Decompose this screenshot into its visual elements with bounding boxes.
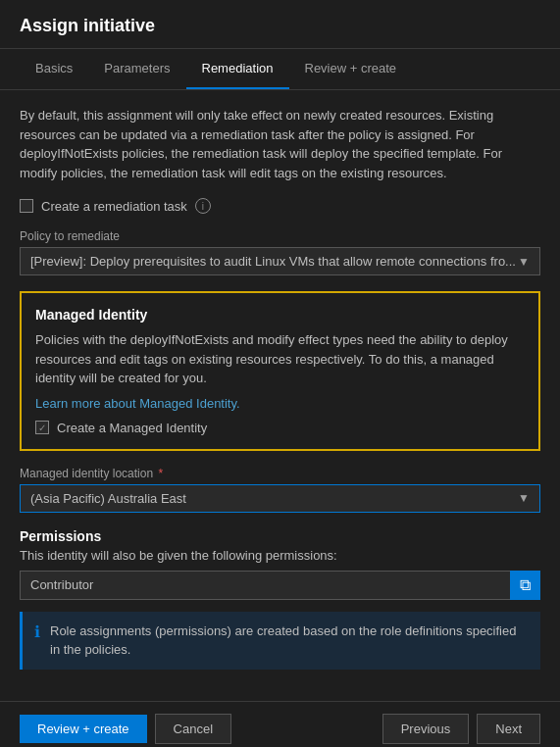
location-label: Managed identity location * [20, 467, 540, 480]
copy-button[interactable]: ⧉ [510, 571, 540, 600]
role-input: Contributor [20, 571, 510, 600]
create-remediation-checkbox[interactable] [20, 199, 33, 213]
location-dropdown-value: (Asia Pacific) Australia East [30, 491, 518, 506]
review-create-button[interactable]: Review + create [20, 715, 147, 743]
cancel-button[interactable]: Cancel [155, 714, 231, 744]
policy-dropdown-chevron: ▼ [518, 255, 530, 269]
copy-icon: ⧉ [520, 576, 531, 594]
location-dropdown[interactable]: (Asia Pacific) Australia East ▼ [20, 484, 540, 513]
permissions-title: Permissions [20, 528, 540, 544]
managed-identity-title: Managed Identity [35, 307, 525, 323]
dialog-title: Assign initiative [20, 16, 540, 36]
tab-review-create[interactable]: Review + create [289, 49, 413, 89]
info-banner: ℹ Role assignments (permissions) are cre… [20, 612, 540, 670]
create-managed-identity-row: Create a Managed Identity [35, 421, 525, 435]
assign-initiative-dialog: Assign initiative Basics Parameters Reme… [0, 0, 560, 747]
permissions-section: Permissions This identity will also be g… [20, 528, 540, 670]
role-input-row: Contributor ⧉ [20, 571, 540, 600]
permissions-description: This identity will also be given the fol… [20, 548, 540, 563]
create-remediation-row: Create a remediation task i [20, 198, 540, 214]
tabs-bar: Basics Parameters Remediation Review + c… [0, 49, 560, 90]
info-banner-icon: ℹ [34, 622, 40, 641]
location-dropdown-chevron: ▼ [518, 491, 530, 505]
remediation-info-icon[interactable]: i [195, 198, 211, 214]
footer: Review + create Cancel Previous Next [0, 701, 560, 748]
dialog-header: Assign initiative [0, 0, 560, 49]
tab-parameters[interactable]: Parameters [88, 49, 185, 89]
main-content: By default, this assignment will only ta… [0, 90, 560, 701]
policy-label: Policy to remediate [20, 229, 540, 243]
create-remediation-label: Create a remediation task [41, 199, 187, 214]
next-button[interactable]: Next [477, 714, 540, 744]
previous-button[interactable]: Previous [382, 714, 470, 744]
tab-remediation[interactable]: Remediation [186, 49, 289, 89]
learn-more-link[interactable]: Learn more about Managed Identity. [35, 396, 240, 411]
create-managed-identity-checkbox[interactable] [35, 421, 49, 434]
policy-dropdown[interactable]: [Preview]: Deploy prerequisites to audit… [20, 247, 540, 275]
info-banner-text: Role assignments (permissions) are creat… [50, 622, 529, 660]
remediation-description: By default, this assignment will only ta… [20, 106, 540, 182]
required-asterisk: * [155, 467, 163, 480]
managed-identity-description: Policies with the deployIfNotExists and … [35, 330, 525, 388]
policy-dropdown-value: [Preview]: Deploy prerequisites to audit… [30, 254, 518, 269]
tab-basics[interactable]: Basics [20, 49, 88, 89]
create-managed-identity-label: Create a Managed Identity [57, 421, 207, 435]
managed-identity-box: Managed Identity Policies with the deplo… [20, 291, 540, 451]
